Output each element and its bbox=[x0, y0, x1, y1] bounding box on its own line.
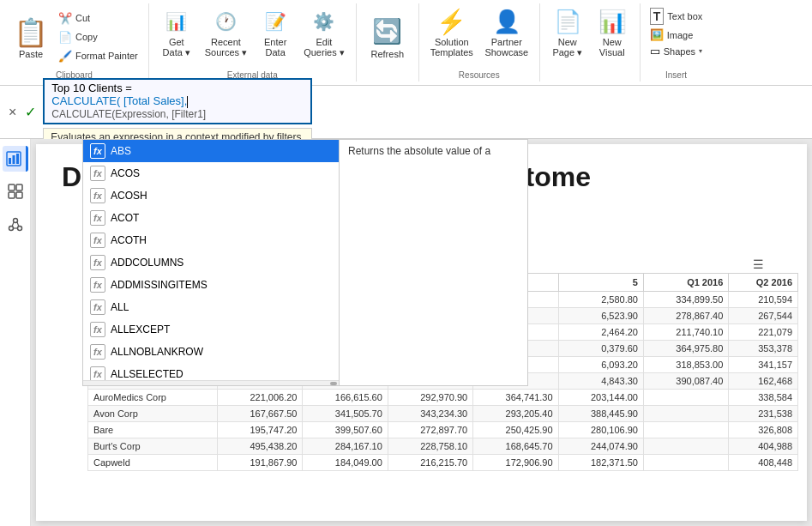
sidebar-item-report[interactable] bbox=[3, 146, 28, 172]
sidebar-item-model[interactable] bbox=[3, 211, 28, 237]
partner-showcase-button[interactable]: 👤 PartnerShowcase bbox=[481, 5, 532, 60]
svg-line-11 bbox=[12, 222, 14, 227]
recent-sources-button[interactable]: 🕐 RecentSources ▾ bbox=[201, 5, 251, 61]
autocomplete-item-addcolumns[interactable]: fx ADDCOLUMNS bbox=[83, 251, 339, 274]
sidebar bbox=[0, 139, 31, 526]
svg-point-8 bbox=[13, 219, 17, 223]
func-icon-addcolumns: fx bbox=[90, 255, 105, 270]
func-icon-acot: fx bbox=[90, 210, 105, 226]
copy-button[interactable]: 📄 Copy bbox=[55, 27, 141, 46]
insert-objects-list: T Text box 🖼️ Image ▭ Shapes ▾ bbox=[647, 5, 706, 58]
image-icon: 🖼️ bbox=[650, 28, 664, 41]
cut-label: Cut bbox=[75, 13, 90, 23]
text-box-icon: T bbox=[650, 8, 665, 25]
formula-line2: CALCULATE( [Total Sales], bbox=[51, 94, 304, 108]
func-icon-abs: fx bbox=[90, 143, 105, 159]
enter-data-icon: 📝 bbox=[262, 8, 289, 35]
func-icon-all: fx bbox=[90, 299, 105, 315]
new-visual-icon: 📊 bbox=[598, 8, 626, 35]
partner-showcase-label: PartnerShowcase bbox=[484, 37, 528, 57]
sort-icon[interactable]: ☰ bbox=[753, 257, 764, 271]
autocomplete-item-acosh[interactable]: fx ACOSH bbox=[83, 184, 339, 207]
svg-point-10 bbox=[17, 227, 21, 231]
external-data-group: 📊 GetData ▾ 🕐 RecentSources ▾ 📝 EnterDat… bbox=[149, 3, 357, 82]
new-page-icon: 📄 bbox=[554, 8, 581, 35]
func-icon-allselected: fx bbox=[90, 366, 105, 380]
data-icon bbox=[8, 184, 23, 199]
formula-line1: Top 10 Clients = bbox=[51, 82, 304, 94]
formula-cancel-button[interactable]: × bbox=[7, 103, 18, 122]
resources-label: Resources bbox=[459, 70, 500, 80]
table-row: Bare195,747.20399,507.60272,897.70250,42… bbox=[88, 422, 798, 438]
enter-data-button[interactable]: 📝 EnterData bbox=[255, 5, 296, 60]
enter-data-label: EnterData bbox=[264, 37, 286, 57]
format-painter-icon: 🖌️ bbox=[58, 50, 72, 63]
autocomplete-item-abs[interactable]: fx ABS bbox=[83, 140, 339, 162]
get-data-button[interactable]: 📊 GetData ▾ bbox=[156, 5, 197, 61]
edit-queries-label: EditQueries ▾ bbox=[304, 37, 345, 58]
new-visual-label: NewVisual bbox=[599, 37, 625, 57]
svg-rect-1 bbox=[9, 158, 11, 164]
text-box-label: Text box bbox=[667, 11, 702, 21]
copy-label: Copy bbox=[75, 32, 98, 42]
main-content: fx ABS fx ACOS fx ACOSH fx ACOT bbox=[31, 139, 812, 526]
svg-rect-7 bbox=[16, 192, 22, 198]
autocomplete-left: fx ABS fx ACOS fx ACOSH fx ACOT bbox=[82, 139, 340, 386]
autocomplete-list: fx ABS fx ACOS fx ACOSH fx ACOT bbox=[83, 140, 339, 380]
autocomplete-label-addmissingitems: ADDMISSINGITEMS bbox=[111, 279, 208, 291]
autocomplete-item-acos[interactable]: fx ACOS bbox=[83, 162, 339, 184]
new-page-label: NewPage ▾ bbox=[552, 37, 582, 58]
header-q2-2016: Q2 2016 bbox=[729, 274, 798, 292]
svg-rect-5 bbox=[16, 184, 22, 190]
autocomplete-item-all[interactable]: fx ALL bbox=[83, 296, 339, 318]
insert-objects-group: T Text box 🖼️ Image ▭ Shapes ▾ Insert bbox=[641, 3, 713, 82]
solution-templates-button[interactable]: ⚡ SolutionTemplates bbox=[426, 5, 478, 60]
autocomplete-item-allexcept[interactable]: fx ALLEXCEPT bbox=[83, 318, 339, 341]
report-icon bbox=[6, 151, 21, 166]
autocomplete-item-acot[interactable]: fx ACOT bbox=[83, 207, 339, 229]
insert-pages-group: 📄 NewPage ▾ 📊 NewVisual bbox=[540, 3, 641, 82]
image-label: Image bbox=[667, 30, 694, 40]
svg-rect-3 bbox=[16, 154, 19, 164]
func-icon-acosh: fx bbox=[90, 188, 105, 203]
clipboard-small-btns: ✂️ Cut 📄 Copy 🖌️ Format Painter bbox=[55, 5, 141, 65]
autocomplete-item-allnoblankrow[interactable]: fx ALLNOBLANKROW bbox=[83, 341, 339, 363]
format-painter-button[interactable]: 🖌️ Format Painter bbox=[55, 46, 141, 65]
main-layout: fx ABS fx ACOS fx ACOSH fx ACOT bbox=[0, 139, 812, 526]
get-data-label: GetData ▾ bbox=[163, 37, 190, 58]
cut-button[interactable]: ✂️ Cut bbox=[55, 9, 141, 27]
table-row: Avon Corp167,667.50341,505.70343,234.302… bbox=[88, 406, 798, 422]
autocomplete-label-allselected: ALLSELECTED bbox=[111, 368, 183, 380]
paste-icon: 📋 bbox=[14, 16, 48, 49]
formula-input[interactable]: Top 10 Clients = CALCULATE( [Total Sales… bbox=[43, 78, 312, 124]
autocomplete-item-addmissingitems[interactable]: fx ADDMISSINGITEMS bbox=[83, 274, 339, 296]
model-icon bbox=[8, 216, 23, 232]
copy-icon: 📄 bbox=[58, 31, 72, 44]
paste-button[interactable]: 📋 Paste bbox=[7, 5, 55, 70]
formula-confirm-button[interactable]: ✓ bbox=[23, 102, 38, 122]
edit-queries-button[interactable]: ⚙️ EditQueries ▾ bbox=[299, 5, 349, 61]
shapes-button[interactable]: ▭ Shapes ▾ bbox=[647, 44, 706, 58]
ribbon: 📋 Paste ✂️ Cut 📄 Copy 🖌️ Format Painter bbox=[0, 0, 812, 86]
shapes-label: Shapes bbox=[664, 46, 695, 57]
header-5: 5 bbox=[558, 274, 643, 292]
image-button[interactable]: 🖼️ Image bbox=[647, 27, 706, 42]
func-icon-acoth: fx bbox=[90, 233, 105, 248]
svg-point-9 bbox=[9, 227, 13, 231]
new-page-button[interactable]: 📄 NewPage ▾ bbox=[547, 5, 588, 61]
autocomplete-item-acoth[interactable]: fx ACOTH bbox=[83, 229, 339, 251]
refresh-button[interactable]: 🔄 Refresh bbox=[364, 5, 412, 70]
paste-label: Paste bbox=[19, 49, 43, 59]
resources-group: ⚡ SolutionTemplates 👤 PartnerShowcase Re… bbox=[419, 3, 540, 82]
autocomplete-label-acosh: ACOSH bbox=[111, 190, 147, 202]
table-row: AuroMedics Corp221,006.20166,615.60292,9… bbox=[88, 390, 798, 406]
formula-controls: × ✓ bbox=[7, 102, 38, 122]
text-box-button[interactable]: T Text box bbox=[647, 7, 706, 26]
recent-sources-label: RecentSources ▾ bbox=[205, 37, 247, 58]
sidebar-item-data[interactable] bbox=[3, 178, 28, 204]
autocomplete-label-addcolumns: ADDCOLUMNS bbox=[111, 257, 183, 269]
autocomplete-label-acoth: ACOTH bbox=[111, 234, 147, 246]
formula-line3: CALCULATE(Expression, [Filter1] bbox=[51, 108, 304, 120]
autocomplete-item-allselected[interactable]: fx ALLSELECTED bbox=[83, 363, 339, 380]
new-visual-button[interactable]: 📊 NewVisual bbox=[592, 5, 633, 60]
